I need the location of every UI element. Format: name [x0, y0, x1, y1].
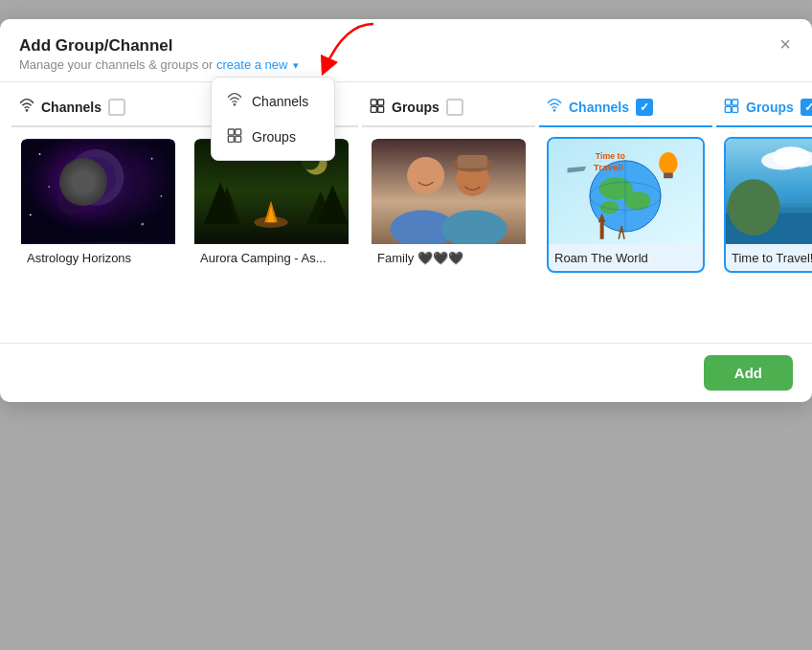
svg-rect-56	[733, 106, 738, 112]
astrology-image	[21, 139, 175, 244]
modal-subtitle: Manage your channels & groups or create …	[19, 57, 793, 72]
groups-checkbox-1[interactable]	[446, 99, 463, 116]
svg-point-12	[151, 158, 153, 160]
groups-group-2: Groups	[716, 98, 812, 282]
astrology-label: Astrology Horizons	[21, 244, 175, 271]
svg-point-60	[728, 179, 780, 235]
svg-point-0	[234, 104, 235, 105]
channels-header-label-1: Channels	[41, 100, 102, 115]
groups-checkbox-2[interactable]	[801, 99, 812, 116]
groups-cards-row-1: Family 🖤🖤🖤	[362, 127, 535, 282]
groups-menu-label: Groups	[252, 129, 296, 145]
channels-checkbox-1[interactable]	[108, 99, 125, 116]
roam-image: Time to Travel!	[549, 139, 703, 244]
groups-header-2: Groups	[716, 98, 812, 127]
channels-group-2: Channels	[539, 98, 712, 282]
wifi-section-icon-2	[547, 98, 562, 116]
modal: Add Group/Channel Manage your channels &…	[0, 19, 812, 402]
astrology-svg	[21, 139, 175, 244]
channels-header-2: Channels	[539, 98, 712, 127]
svg-rect-50	[664, 172, 673, 178]
svg-point-16	[48, 186, 50, 188]
groups-header-label-2: Groups	[746, 100, 794, 115]
dropdown-arrow-icon: ▾	[293, 59, 299, 72]
groups-cards-row-2: Time to Travel!	[716, 127, 812, 282]
svg-point-14	[30, 213, 32, 215]
card-travel[interactable]: Time to Travel!	[724, 137, 812, 273]
modal-footer: Add	[0, 343, 812, 402]
modal-header: Add Group/Channel Manage your channels &…	[0, 19, 812, 82]
svg-point-5	[26, 110, 27, 111]
svg-point-15	[141, 223, 144, 226]
dropdown-menu: Channels Groups	[211, 77, 335, 161]
svg-rect-3	[228, 136, 234, 142]
svg-point-32	[407, 157, 444, 194]
svg-rect-28	[378, 100, 384, 105]
aurora-label: Aurora Camping - As...	[194, 244, 349, 271]
travel-label: Time to Travel!	[726, 244, 812, 271]
channels-menu-label: Channels	[252, 94, 308, 109]
svg-rect-1	[228, 129, 234, 135]
modal-title: Add Group/Channel	[19, 36, 793, 56]
svg-point-64	[773, 146, 810, 167]
family-image	[372, 139, 526, 244]
channels-header-label-2: Channels	[569, 100, 629, 115]
svg-rect-55	[725, 106, 731, 112]
group-section-icon-1	[370, 98, 385, 116]
svg-point-10	[62, 191, 82, 211]
group-section-icon-2	[724, 98, 739, 116]
svg-point-13	[160, 195, 162, 197]
dropdown-item-groups[interactable]: Groups	[212, 119, 334, 154]
family-svg	[372, 139, 526, 244]
modal-overlay: Add Group/Channel Manage your channels &…	[0, 0, 812, 650]
svg-rect-30	[378, 106, 384, 112]
groups-header-1: Groups	[362, 98, 535, 127]
family-label: Family 🖤🖤🖤	[372, 244, 526, 271]
close-button[interactable]: ×	[774, 33, 797, 56]
card-family[interactable]: Family 🖤🖤🖤	[370, 137, 528, 273]
channels-cards-row-2: Time to Travel!	[539, 127, 712, 282]
groups-group-1: Groups	[362, 98, 535, 282]
svg-text:Travel!: Travel!	[594, 162, 623, 172]
wifi-icon	[227, 92, 242, 110]
channels-checkbox-2[interactable]	[636, 99, 653, 116]
svg-text:Time to: Time to	[596, 151, 626, 161]
svg-rect-35	[458, 155, 487, 168]
svg-point-8	[76, 157, 117, 198]
svg-point-38	[553, 110, 554, 111]
svg-rect-27	[371, 100, 376, 105]
travel-svg	[726, 139, 812, 244]
card-roam[interactable]: Time to Travel!	[547, 137, 705, 273]
travel-image	[726, 139, 812, 244]
svg-point-11	[39, 153, 41, 155]
svg-rect-29	[371, 106, 376, 112]
svg-rect-51	[600, 222, 604, 239]
svg-rect-4	[236, 136, 241, 142]
groups-header-label-1: Groups	[392, 100, 440, 115]
add-button[interactable]: Add	[704, 355, 793, 391]
group-icon	[227, 127, 242, 146]
create-new-link[interactable]: create a new ▾	[216, 57, 299, 72]
roam-label: Roam The World	[549, 244, 703, 271]
wifi-section-icon-1	[19, 98, 34, 116]
roam-svg: Time to Travel!	[549, 139, 703, 244]
card-astrology[interactable]: Astrology Horizons	[19, 137, 177, 273]
svg-rect-53	[725, 100, 731, 105]
svg-rect-2	[236, 129, 241, 135]
svg-rect-54	[733, 100, 738, 105]
dropdown-item-channels[interactable]: Channels	[212, 83, 334, 119]
cards-area: Channels	[0, 82, 812, 282]
svg-point-49	[659, 152, 678, 174]
